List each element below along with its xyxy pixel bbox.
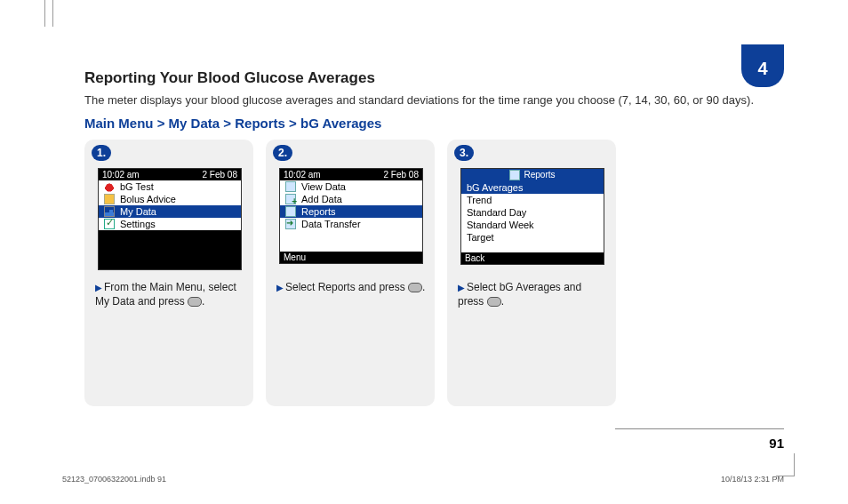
step-card-3: 3. Reports bG Averages Trend Standard Da… xyxy=(447,140,616,406)
section-title: Reporting Your Blood Glucose Averages xyxy=(84,69,787,87)
title-bar-label: Reports xyxy=(524,170,555,180)
menu-label: bG Test xyxy=(120,181,154,192)
calculator-icon xyxy=(104,194,115,204)
menu-body: View Data Add Data Reports Data Transfer xyxy=(280,180,422,252)
instruction-3: ▶Select bG Averages and press . xyxy=(458,280,607,308)
steps-row: 1. 10:02 am 2 Feb 08 bG Test Bolus Advic… xyxy=(84,140,787,406)
footer-right: 10/18/13 2:31 PM xyxy=(721,475,784,484)
menu-item-target[interactable]: Target xyxy=(461,231,604,244)
instruction-text: From the Main Menu, select My Data and p… xyxy=(95,281,236,308)
reports-icon xyxy=(285,206,296,217)
reports-icon xyxy=(509,170,520,180)
menu-label: View Data xyxy=(301,181,346,192)
menu-item-bgaverages[interactable]: bG Averages xyxy=(461,181,604,194)
status-date: 2 Feb 08 xyxy=(203,170,237,180)
menu-label: Trend xyxy=(467,195,492,205)
main-content: Reporting Your Blood Glucose Averages Th… xyxy=(84,69,787,406)
menu-label: Add Data xyxy=(301,194,342,204)
transfer-icon xyxy=(285,219,296,229)
step-badge: 3. xyxy=(454,145,474,161)
menu-label: Data Transfer xyxy=(301,219,361,229)
triangle-icon: ▶ xyxy=(276,283,284,292)
menu-label: Standard Day xyxy=(467,207,526,218)
menu-item-adddata[interactable]: Add Data xyxy=(280,193,422,205)
instruction-text: Select bG Averages and press xyxy=(458,281,581,308)
device-screen-2: 10:02 am 2 Feb 08 View Data Add Data Rep… xyxy=(279,168,423,264)
step-card-2: 2. 10:02 am 2 Feb 08 View Data Add Data … xyxy=(266,140,435,406)
instruction-post: . xyxy=(422,281,425,293)
footer: 52123_07006322001.indb 91 10/18/13 2:31 … xyxy=(62,475,784,484)
softkey-bar[interactable]: Back xyxy=(461,252,604,264)
status-time: 10:02 am xyxy=(102,170,140,180)
menu-item-settings[interactable]: Settings xyxy=(99,218,241,230)
add-icon xyxy=(285,194,296,204)
softkey-bar[interactable]: Menu xyxy=(280,252,422,263)
page-number-rule xyxy=(615,428,784,429)
footer-left: 52123_07006322001.indb 91 xyxy=(62,475,166,484)
menu-body: bG Averages Trend Standard Day Standard … xyxy=(461,181,604,252)
check-icon xyxy=(104,219,115,229)
button-icon xyxy=(487,297,501,307)
menu-item-standardweek[interactable]: Standard Week xyxy=(461,219,604,231)
instruction-text: Select Reports and press xyxy=(285,281,405,293)
view-icon xyxy=(285,181,296,192)
status-bar: 10:02 am 2 Feb 08 xyxy=(280,169,422,180)
section-text: The meter displays your blood glucose av… xyxy=(84,92,787,108)
instruction-2: ▶Select Reports and press . xyxy=(276,280,426,294)
step-badge: 2. xyxy=(273,145,292,161)
button-icon xyxy=(408,283,422,292)
page-edge-mark xyxy=(44,0,53,27)
page-number: 91 xyxy=(769,436,784,451)
breadcrumb: Main Menu > My Data > Reports > bG Avera… xyxy=(84,116,787,131)
menu-item-standardday[interactable]: Standard Day xyxy=(461,206,604,219)
menu-label: Standard Week xyxy=(467,220,534,230)
menu-item-viewdata[interactable]: View Data xyxy=(280,180,422,193)
button-icon xyxy=(188,297,202,307)
menu-item-reports[interactable]: Reports xyxy=(280,205,422,218)
chart-icon xyxy=(104,206,115,217)
menu-label: Settings xyxy=(120,219,156,229)
menu-label: My Data xyxy=(120,206,156,217)
menu-label: bG Averages xyxy=(467,182,523,193)
menu-item-bolus[interactable]: Bolus Advice xyxy=(99,193,241,205)
menu-label: Reports xyxy=(301,206,336,217)
menu-label: Target xyxy=(467,232,494,243)
menu-item-transfer[interactable]: Data Transfer xyxy=(280,218,422,230)
menu-item-mydata[interactable]: My Data xyxy=(99,205,241,218)
menu-item-bgtest[interactable]: bG Test xyxy=(99,180,241,193)
status-bar: 10:02 am 2 Feb 08 xyxy=(99,169,241,180)
step-badge: 1. xyxy=(92,145,111,161)
drop-icon xyxy=(104,181,115,192)
crop-mark xyxy=(776,453,795,476)
menu-item-trend[interactable]: Trend xyxy=(461,194,604,206)
triangle-icon: ▶ xyxy=(458,283,465,292)
title-bar: Reports xyxy=(461,169,604,181)
menu-label: Bolus Advice xyxy=(120,194,176,204)
menu-body: bG Test Bolus Advice My Data Settings xyxy=(99,180,241,269)
device-screen-1: 10:02 am 2 Feb 08 bG Test Bolus Advice M… xyxy=(98,168,242,270)
status-time: 10:02 am xyxy=(284,170,321,180)
triangle-icon: ▶ xyxy=(95,283,102,292)
instruction-1: ▶From the Main Menu, select My Data and … xyxy=(95,280,244,308)
device-screen-3: Reports bG Averages Trend Standard Day S… xyxy=(460,168,604,265)
status-date: 2 Feb 08 xyxy=(384,170,419,180)
instruction-post: . xyxy=(501,295,504,308)
instruction-post: . xyxy=(202,295,204,308)
step-card-1: 1. 10:02 am 2 Feb 08 bG Test Bolus Advic… xyxy=(84,140,253,406)
